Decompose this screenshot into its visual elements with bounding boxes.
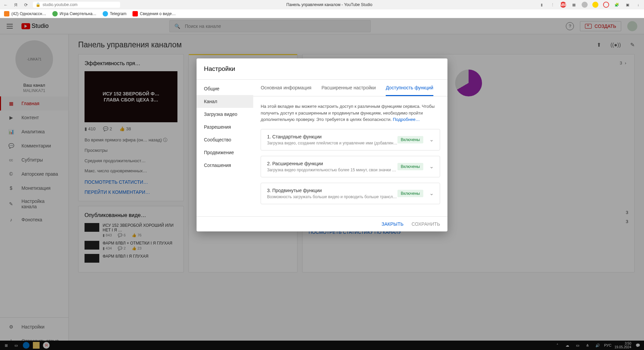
feature-standard[interactable]: 1. Стандартные функции Загрузка видео, с… <box>261 129 440 150</box>
feature-desc: Возможность загружать больше видео и про… <box>267 194 397 199</box>
browser-toolbar: ← Я ⟳ 🔒 studio.youtube.com Панель управл… <box>0 0 644 9</box>
feature-desc: Загрузка видео продолжительностью более … <box>267 168 397 172</box>
tab-feature-eligibility[interactable]: Доступность функций <box>386 80 433 96</box>
feature-title: 1. Стандартные функции <box>267 134 397 139</box>
bookmark-telegram[interactable]: Telegram <box>103 11 126 16</box>
lock-icon: 🔒 <box>36 2 41 7</box>
chevron-down-icon[interactable]: ⌄ <box>429 190 434 196</box>
feature-intermediate[interactable]: 2. Расширенные функции Загрузка видео пр… <box>261 156 440 177</box>
settings-modal: Настройки Общие Канал Загрузка видео Раз… <box>197 58 447 231</box>
save-button[interactable]: СОХРАНИТЬ <box>412 221 440 227</box>
chevron-down-icon[interactable]: ⌄ <box>429 163 434 170</box>
abp-icon[interactable]: ABP <box>560 2 566 8</box>
modal-title: Настройки <box>197 58 447 80</box>
sidebar-icon[interactable]: ▣ <box>625 2 631 8</box>
extensions-icon[interactable]: 🧩 <box>614 2 620 8</box>
modal-tab-upload[interactable]: Загрузка видео <box>197 108 253 121</box>
tab-basic-info[interactable]: Основная информация <box>261 80 311 96</box>
bookmark-youtube-info[interactable]: Сведения о виде… <box>132 11 176 16</box>
modal-tab-promotion[interactable]: Продвижение <box>197 146 253 159</box>
status-badge: Включены <box>397 190 423 197</box>
downloads-icon[interactable]: ↓ <box>635 2 641 8</box>
tab-advanced[interactable]: Расширенные настройки <box>321 80 376 96</box>
modal-tab-community[interactable]: Сообщество <box>197 133 253 146</box>
menu-dots-icon[interactable]: ⋮ <box>549 2 555 8</box>
status-badge: Включены <box>397 136 423 143</box>
learn-more-link[interactable]: Подробнее… <box>393 117 420 122</box>
feature-desc: Загрузка видео, создание плейлистов и уп… <box>267 141 397 145</box>
chevron-down-icon[interactable]: ⌄ <box>429 136 434 143</box>
tab-description: На этой вкладке вы можете настроить дост… <box>261 103 440 123</box>
yandex-home-icon[interactable]: Я <box>13 2 19 8</box>
ext2-icon[interactable] <box>592 2 598 8</box>
feature-title: 3. Продвинутые функции <box>267 188 397 193</box>
channel-tabs: Основная информация Расширенные настройк… <box>253 80 447 96</box>
bookmark-game[interactable]: Игра Смертельна… <box>52 11 97 16</box>
modal-tab-agreements[interactable]: Соглашения <box>197 159 253 172</box>
modal-overlay: Настройки Общие Канал Загрузка видео Раз… <box>0 18 644 350</box>
qr-icon[interactable]: ▦ <box>571 2 577 8</box>
bookmarks-bar: (42) Одноклассн… Игра Смертельна… Telegr… <box>0 9 644 18</box>
url-bar[interactable]: 🔒 studio.youtube.com <box>33 2 120 8</box>
back-button[interactable]: ← <box>3 2 9 8</box>
modal-tab-permissions[interactable]: Разрешения <box>197 121 253 133</box>
modal-tab-channel[interactable]: Канал <box>197 95 253 108</box>
bookmark-odnoklassniki[interactable]: (42) Одноклассн… <box>4 11 46 16</box>
ext3-icon[interactable] <box>603 2 609 8</box>
feature-advanced[interactable]: 3. Продвинутые функции Возможность загру… <box>261 183 440 204</box>
page-title: Панель управления каналом - YouTube Stud… <box>124 2 535 7</box>
modal-sidebar: Общие Канал Загрузка видео Разрешения Со… <box>197 80 253 216</box>
ext1-icon[interactable] <box>582 2 588 8</box>
close-button[interactable]: ЗАКРЫТЬ <box>382 221 404 227</box>
reload-button[interactable]: ⟳ <box>23 2 29 8</box>
url-text: studio.youtube.com <box>43 2 77 7</box>
bookmark-icon[interactable]: ▮ <box>539 2 545 8</box>
status-badge: Включены <box>397 163 423 170</box>
modal-tab-general[interactable]: Общие <box>197 82 253 95</box>
feature-title: 2. Расширенные функции <box>267 161 397 166</box>
